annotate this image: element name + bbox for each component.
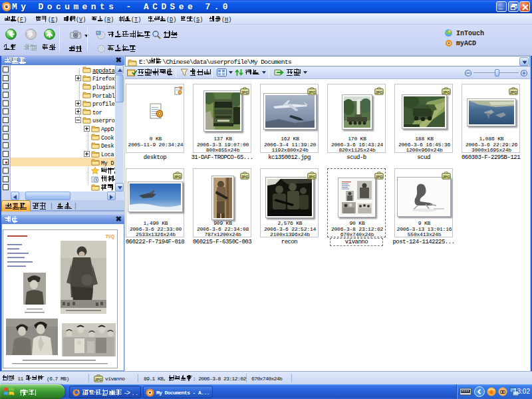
svg-text:JPG: JPG — [509, 90, 517, 94]
svg-text:JPG: JPG — [94, 378, 102, 382]
svg-text:TVQ: TVQ — [106, 234, 114, 239]
svg-text:JPG: JPG — [375, 175, 382, 179]
svg-text:JPG: JPG — [174, 175, 181, 179]
svg-text:JPG: JPG — [442, 175, 450, 179]
svg-text:JPG: JPG — [442, 90, 450, 94]
svg-text:JPG: JPG — [241, 90, 248, 94]
svg-text:JPG: JPG — [375, 90, 382, 94]
svg-text:JPG: JPG — [308, 175, 315, 179]
svg-text:JPG: JPG — [308, 90, 315, 94]
svg-text:JPG: JPG — [241, 175, 248, 179]
